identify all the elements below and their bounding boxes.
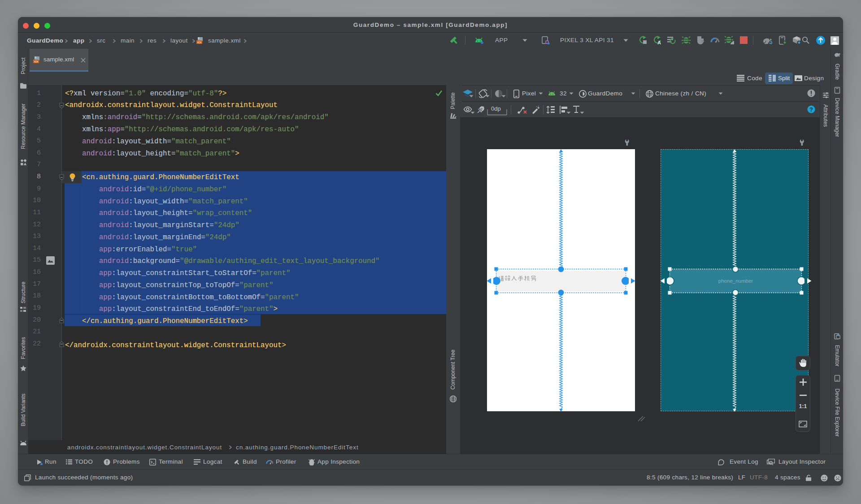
svg-text:?: ? [809,107,813,113]
svg-text:<>: <> [197,40,201,44]
svg-text:<>: <> [34,60,38,64]
svg-text:A: A [657,40,661,45]
